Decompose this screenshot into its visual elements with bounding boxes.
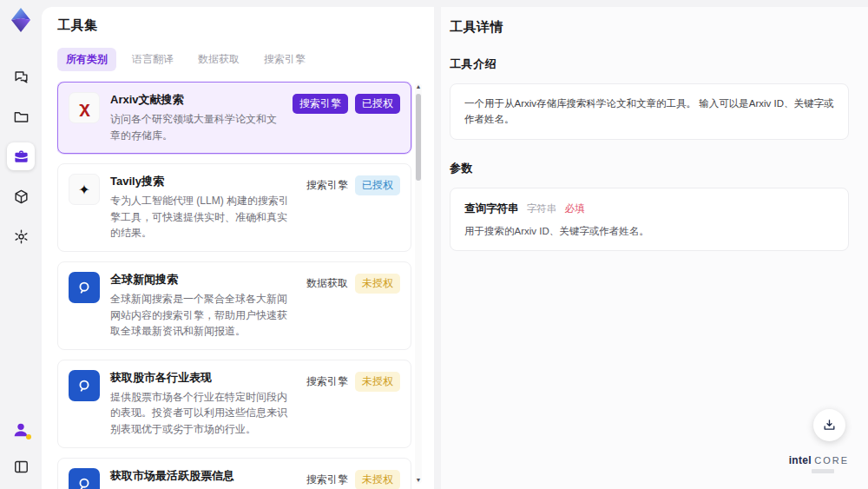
- tool-card-sector-performance[interactable]: 获取股市各行业表现 提供股票市场各个行业在特定时间段内的表现。投资者可以利用这些…: [57, 360, 411, 448]
- rail-nav: [7, 63, 35, 250]
- status-badge: 未授权: [355, 274, 400, 294]
- intel-core-brand: intel CORE: [789, 454, 849, 473]
- cube-icon: [13, 188, 30, 205]
- sidebar-item-chat[interactable]: [7, 63, 35, 90]
- param-box: 查询字符串 字符串 必填 用于搜索的Arxiv ID、关键字或作者姓名。: [450, 188, 849, 251]
- category-tabs: 所有类别 语言翻译 数据获取 搜索引擎: [57, 48, 422, 71]
- sidebar-item-collapse[interactable]: [7, 453, 35, 480]
- download-button[interactable]: [813, 409, 845, 441]
- sidebar-item-tools[interactable]: [7, 142, 35, 170]
- brand-sub-badge: [812, 469, 834, 473]
- list-scrollbar[interactable]: ▲ ▼: [415, 83, 422, 484]
- stock-tool-logo-icon: [69, 468, 100, 489]
- user-avatar-icon: [11, 420, 30, 439]
- param-name: 查询字符串: [464, 202, 519, 215]
- core-logo-text: CORE: [814, 455, 849, 466]
- tool-card-arxiv[interactable]: χ Arxiv文献搜索 访问各个研究领域大量科学论文和文章的存储库。 搜索引擎 …: [57, 82, 411, 154]
- intel-logo-text: intel: [789, 454, 812, 466]
- tool-name: 获取市场最活跃股票信息: [110, 468, 296, 484]
- intro-section-label: 工具介绍: [450, 56, 849, 72]
- tab-data-fetch[interactable]: 数据获取: [189, 48, 248, 71]
- params-section-label: 参数: [450, 161, 849, 176]
- scroll-up-arrow[interactable]: ▲: [415, 83, 422, 90]
- briefcase-icon: [13, 149, 30, 165]
- tool-card-most-active-stocks[interactable]: 获取市场最活跃股票信息 提供当天交易量最高的股票列表。投资者可以利用这些信息来识…: [57, 458, 411, 489]
- category-label: 搜索引擎: [306, 372, 348, 392]
- app-rail: [0, 0, 42, 489]
- page-title: 工具集: [57, 17, 422, 34]
- tavily-logo-icon: ✦: [69, 174, 100, 205]
- tab-search-engine[interactable]: 搜索引擎: [255, 48, 314, 71]
- news-search-logo-icon: [69, 272, 100, 303]
- sidebar-item-models[interactable]: [7, 182, 35, 210]
- tool-detail-panel: 工具详情 工具介绍 一个用于从Arxiv存储库搜索科学论文和文章的工具。 输入可…: [441, 7, 868, 489]
- folder-icon: [13, 109, 30, 125]
- avatar-status-dot: [26, 434, 31, 439]
- tool-desc: 提供股票市场各个行业在特定时间段内的表现。投资者可以利用这些信息来识别表现优于或…: [110, 389, 296, 438]
- download-icon: [822, 418, 837, 433]
- app-logo[interactable]: [8, 7, 34, 33]
- sidebar-item-profile[interactable]: [7, 416, 35, 444]
- param-header: 查询字符串 字符串 必填: [464, 200, 834, 217]
- tool-card-global-news[interactable]: 全球新闻搜索 全球新闻搜索是一个聚合全球各大新闻网站内容的搜索引擎，帮助用户快速…: [57, 261, 411, 350]
- status-badge: 未授权: [355, 372, 400, 392]
- stock-tool-logo-icon: [69, 370, 100, 401]
- tool-name: 全球新闻搜索: [110, 272, 296, 287]
- sidebar-item-files[interactable]: [7, 102, 35, 130]
- tool-desc: 全球新闻搜索是一个聚合全球各大新闻网站内容的搜索引擎，帮助用户快速获取全球最新资…: [110, 291, 296, 340]
- tool-name: Tavily搜索: [110, 174, 296, 189]
- main-content: 工具集 所有类别 语言翻译 数据获取 搜索引擎 χ Arxiv文献搜索 访问各个…: [42, 7, 868, 489]
- tool-name: Arxiv文献搜索: [110, 92, 282, 108]
- detail-title: 工具详情: [450, 19, 849, 36]
- status-badge: 未授权: [355, 470, 400, 489]
- scroll-down-arrow[interactable]: ▼: [415, 477, 422, 484]
- tool-desc: 访问各个研究领域大量科学论文和文章的存储库。: [110, 111, 282, 143]
- tool-intro-text: 一个用于从Arxiv存储库搜索科学论文和文章的工具。 输入可以是Arxiv ID…: [464, 98, 834, 124]
- param-required-flag: 必填: [564, 203, 584, 214]
- category-label: 搜索引擎: [306, 175, 348, 195]
- panel-collapse-icon: [13, 459, 30, 475]
- tool-desc: 专为人工智能代理 (LLM) 构建的搜索引擎工具，可快速提供实时、准确和真实的结…: [110, 193, 296, 241]
- category-badge: 搜索引擎: [293, 94, 348, 114]
- status-badge: 已授权: [355, 94, 400, 114]
- tool-list: χ Arxiv文献搜索 访问各个研究领域大量科学论文和文章的存储库。 搜索引擎 …: [57, 82, 422, 489]
- category-label: 搜索引擎: [306, 470, 348, 489]
- tool-card-tavily[interactable]: ✦ Tavily搜索 专为人工智能代理 (LLM) 构建的搜索引擎工具，可快速提…: [57, 163, 411, 252]
- chat-icon: [13, 69, 30, 85]
- scrollbar-thumb[interactable]: [416, 94, 421, 181]
- sidebar-item-settings[interactable]: [7, 222, 35, 250]
- category-label: 数据获取: [306, 274, 348, 294]
- tool-intro-box: 一个用于从Arxiv存储库搜索科学论文和文章的工具。 输入可以是Arxiv ID…: [450, 83, 849, 140]
- toolset-panel: 工具集 所有类别 语言翻译 数据获取 搜索引擎 χ Arxiv文献搜索 访问各个…: [42, 7, 434, 489]
- status-badge: 已授权: [355, 175, 400, 195]
- tab-language-translation[interactable]: 语言翻译: [123, 48, 182, 71]
- gear-icon: [13, 228, 30, 245]
- rail-bottom: [7, 416, 35, 480]
- param-type: 字符串: [527, 203, 557, 214]
- panel-divider: [434, 7, 441, 489]
- arxiv-logo-icon: χ: [69, 92, 100, 123]
- param-desc: 用于搜索的Arxiv ID、关键字或作者姓名。: [464, 223, 834, 239]
- tool-name: 获取股市各行业表现: [110, 370, 296, 386]
- tab-all-categories[interactable]: 所有类别: [57, 48, 116, 71]
